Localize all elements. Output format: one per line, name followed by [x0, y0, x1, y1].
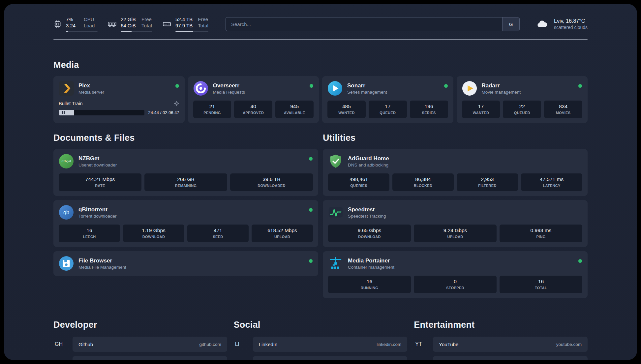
memory-icon: [107, 19, 117, 29]
bookmark-abbr: YT: [414, 341, 433, 347]
cloud-icon: [534, 18, 549, 30]
qbittorrent-icon: qb: [59, 205, 74, 220]
stat-stopped: 0STOPPED: [414, 276, 497, 293]
stat-queries: 498,461QUERIES: [328, 173, 389, 191]
bookmark-stackoverflow[interactable]: SO StackOverflow stackoverflow.com: [53, 356, 227, 360]
overseerr-icon: [193, 81, 208, 96]
stat-total: 16TOTAL: [500, 276, 582, 293]
cpu-load-value: 3.24: [66, 23, 78, 29]
stat-latency: 47.571 msLATENCY: [521, 173, 582, 191]
cpu-label: CPU: [84, 16, 98, 22]
search-provider-button[interactable]: G: [502, 17, 519, 31]
service-card-filebrowser[interactable]: File Browser Media File Management: [53, 251, 318, 276]
documents-group: Documents & Files nzbget: [53, 133, 318, 298]
disk-icon: [162, 19, 171, 29]
cpu-load-label: Load: [84, 23, 98, 29]
stat-series: 196SERIES: [410, 101, 448, 118]
stat-downloaded: 39.6 TBDOWNLOADED: [230, 173, 313, 191]
section-title-utilities: Utilities: [323, 133, 588, 143]
service-name: Media Portainer: [348, 257, 394, 264]
app-frame: 7% CPU 3.24 Load 22 GiB Free 64 Gi: [0, 0, 641, 364]
status-dot: [578, 84, 582, 88]
status-dot: [578, 259, 582, 263]
service-card-speedtest[interactable]: Speedtest Speedtest Tracking 9.65 GbpsDO…: [323, 200, 588, 247]
service-desc: Container management: [348, 265, 394, 270]
service-name: Overseerr: [213, 82, 245, 89]
playback-progress-bar[interactable]: [59, 110, 144, 115]
bookmark-twitter[interactable]: TW Twitter twitter.com: [234, 356, 408, 360]
cpu-widget: 7% CPU 3.24 Load: [53, 16, 98, 32]
status-dot: [175, 84, 179, 88]
service-card-plex[interactable]: Plex Media server Bullet Train 24:4: [53, 76, 185, 123]
pause-icon[interactable]: [59, 110, 74, 115]
memory-free-label: Free: [141, 16, 152, 22]
stat-leech: 16LEECH: [59, 225, 120, 242]
service-name: Sonarr: [347, 82, 387, 89]
disk-total-value: 97.9 TB: [175, 23, 193, 29]
bookmark-url: github.com: [199, 342, 221, 347]
search-input[interactable]: [226, 17, 502, 31]
service-name: Plex: [78, 82, 104, 89]
service-desc: Speedtest Tracking: [348, 214, 386, 219]
service-card-qbittorrent[interactable]: qb qBittorrent Torrent downloader 16LEEC…: [53, 200, 318, 247]
weather-location: Lviv, 16.87°C: [554, 18, 588, 24]
service-name: NZBGet: [78, 155, 117, 162]
playback-time: 24:44 / 02:06:47: [148, 110, 179, 115]
service-name: Radarr: [482, 82, 521, 89]
utilities-group: Utilities: [323, 133, 588, 298]
bookmarks-developer: Developer GH Github github.com SO StackO…: [53, 320, 227, 360]
bookmark-abbr: LI: [234, 341, 253, 347]
bookmarks-entertainment: Entertainment YT YouTube youtube.com NF …: [414, 320, 588, 360]
service-desc: Media File Management: [78, 265, 126, 270]
gear-icon[interactable]: [173, 101, 179, 106]
service-card-nzbget[interactable]: nzbget NZBGet Usenet downloader 744.21 M…: [53, 149, 318, 196]
service-card-radarr[interactable]: Radarr Movie management 17WANTED 22QUEUE…: [457, 76, 588, 123]
cpu-usage-bar: [66, 31, 98, 32]
memory-total-value: 64 GiB: [121, 23, 136, 29]
section-title-media: Media: [53, 60, 588, 70]
service-card-sonarr[interactable]: Sonarr Series management 485WANTED 17QUE…: [322, 76, 453, 123]
weather-condition: scattered clouds: [554, 25, 588, 30]
bookmark-name: Github: [78, 342, 199, 347]
speedtest-icon: [328, 205, 343, 220]
status-dot: [309, 208, 313, 212]
plex-icon: [59, 81, 74, 96]
memory-free-value: 22 GiB: [121, 16, 136, 22]
bookmark-github[interactable]: GH Github github.com: [53, 337, 227, 352]
bookmark-abbr: GH: [53, 341, 73, 347]
filebrowser-icon: [59, 256, 74, 271]
bookmark-netflix[interactable]: NF Netflix netflix.com: [414, 356, 588, 360]
stat-available: 945AVAILABLE: [275, 101, 314, 118]
stat-pending: 21PENDING: [193, 101, 231, 118]
bookmark-youtube[interactable]: YT YouTube youtube.com: [414, 337, 588, 352]
service-desc: Media server: [78, 90, 104, 95]
svg-text:nzbget: nzbget: [62, 159, 71, 163]
now-playing-title: Bullet Train: [59, 101, 83, 106]
stat-filtered: 2,953FILTERED: [457, 173, 518, 191]
topbar: 7% CPU 3.24 Load 22 GiB Free 64 Gi: [53, 16, 588, 32]
stat-wanted: 485WANTED: [327, 101, 366, 118]
stat-remaining: 266 GBREMAINING: [144, 173, 227, 191]
stat-ping: 0.993 msPING: [500, 225, 582, 242]
stat-blocked: 86,384BLOCKED: [392, 173, 454, 191]
memory-usage-bar: [121, 31, 152, 32]
service-card-adguard[interactable]: AdGuard Home DNS and adblocking 498,461Q…: [323, 149, 588, 196]
disk-free-value: 52.4 TB: [175, 16, 193, 22]
disk-widget: 52.4 TB Free 97.9 TB Total: [162, 16, 208, 32]
cpu-percent: 7%: [66, 16, 78, 22]
stat-movies: 834MOVIES: [544, 101, 582, 118]
disk-free-label: Free: [198, 16, 208, 22]
service-desc: Usenet downloader: [78, 163, 117, 167]
disk-total-label: Total: [198, 23, 208, 29]
service-card-overseerr[interactable]: Overseerr Media Requests 21PENDING 40APP…: [188, 76, 319, 123]
stat-rate: 744.21 MbpsRATE: [59, 173, 141, 191]
adguard-icon: [328, 154, 343, 169]
bookmark-linkedin[interactable]: LI LinkedIn linkedin.com: [234, 337, 408, 352]
status-dot: [444, 84, 448, 88]
service-card-portainer[interactable]: Media Portainer Container management 16R…: [323, 251, 588, 298]
memory-total-label: Total: [141, 23, 152, 29]
stat-running: 16RUNNING: [328, 276, 411, 293]
service-desc: DNS and adblocking: [348, 163, 389, 167]
stat-wanted: 17WANTED: [462, 101, 500, 118]
bookmark-url: youtube.com: [556, 342, 582, 347]
